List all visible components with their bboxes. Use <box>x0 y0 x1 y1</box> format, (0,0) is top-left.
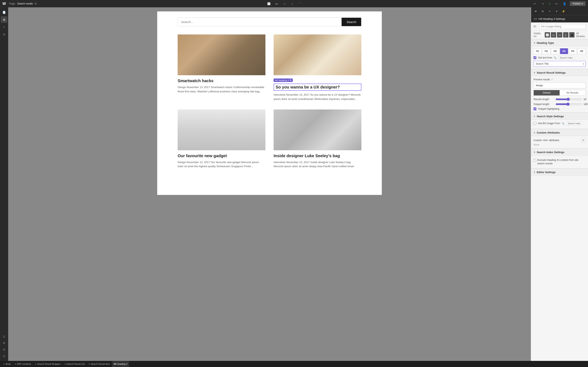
publish-button[interactable]: Publish ▾ <box>570 1 586 6</box>
breadcrumb-body[interactable]: ◻ Body <box>2 361 12 367</box>
h3-button[interactable]: H3 <box>551 48 559 54</box>
visibility-value: All Devices <box>576 32 586 38</box>
search-result-settings-header[interactable]: ▼ Search Result Settings <box>531 69 588 76</box>
get-text-from-checkbox[interactable] <box>534 56 536 59</box>
h5-button[interactable]: H5 <box>569 48 577 54</box>
tab-no-results[interactable]: No Results <box>560 90 586 95</box>
custom-attr-chevron-icon: ▼ <box>534 132 536 134</box>
get-text-from-label: Get text from 🔍 Search Index <box>538 56 574 59</box>
search-button[interactable]: Search <box>342 18 361 26</box>
get-bg-image-label: Get BG Image From 🔍 Search Index <box>538 122 582 125</box>
result-item-2: H4 Heading 4 ⚙ So you wanna be a UX desi… <box>274 34 361 101</box>
user-icon[interactable]: 👤 <box>562 1 567 7</box>
breadcrumb-heading4-label: Heading 4 <box>117 363 127 365</box>
redo-icon[interactable]: ↪ <box>540 1 546 7</box>
search-style-settings-header[interactable]: ▼ Search Style Settings <box>531 113 588 120</box>
vis-desktop-icon[interactable]: ▭ <box>551 32 556 38</box>
sidebar-item-more[interactable]: ⊟ <box>1 353 7 359</box>
exclude-row: Exclude Heading 4's content from site se… <box>534 158 586 166</box>
search-index-settings-content: Exclude Heading 4's content from site se… <box>531 156 588 168</box>
search-style-settings-title: Search Style Settings <box>537 115 564 118</box>
canvas-area[interactable]: Search Smartwatch hacks Design November … <box>8 7 531 361</box>
search-title-dropdown[interactable]: Search Title Search URL Custom <box>534 61 586 67</box>
h4-button[interactable]: H4 <box>560 48 568 54</box>
panel-top-icons: ✏ ⚙ ≡ ✦ ⚡ <box>531 7 588 15</box>
sidebar-item-cms[interactable]: ≡ <box>1 24 7 30</box>
device-tablet-portrait[interactable]: ▯ <box>290 1 294 6</box>
panel-layout-icon[interactable]: ≡ <box>546 8 553 14</box>
search-icon-bg: 🔍 <box>562 122 564 125</box>
breadcrumb-result-wrapper-label: Search Result Wrapper <box>37 363 61 365</box>
breadcrumb-result-wrapper[interactable]: ≡ Search Result Wrapper <box>34 361 62 367</box>
breadcrumb-result-item[interactable]: ≡ Search Result Item <box>87 361 111 367</box>
get-text-from-row: Get text from 🔍 Search Index <box>534 56 586 59</box>
panel-heading-tag: H4 <box>534 17 537 20</box>
panel-header: H4 H4 Heading 4 Settings <box>531 15 588 22</box>
search-input[interactable] <box>178 18 342 26</box>
panel-style-icon[interactable]: ✏ <box>533 8 539 14</box>
vis-tablet-p-icon[interactable]: ▯ <box>563 32 568 38</box>
preview-results-input[interactable] <box>534 83 586 88</box>
result-title-2[interactable]: So you wanna be a UX designer? <box>274 83 361 91</box>
search-result-settings-title: Search Result Settings <box>537 71 566 74</box>
heading-gear-button[interactable]: ⚙ <box>290 79 292 82</box>
status-icon: ✓ <box>548 2 551 6</box>
results-length-value: 10 <box>584 98 586 101</box>
device-tablet-landscape[interactable]: ▭ <box>282 1 287 6</box>
heading-type-section-header[interactable]: ▼ Heading Type <box>531 39 588 46</box>
page-edit-icon[interactable]: ↻ <box>35 2 37 5</box>
w-logo[interactable]: W <box>2 2 6 6</box>
sidebar-item-grid[interactable]: ⊞ <box>1 346 7 353</box>
topbar-left: W Page: Search results ↻ <box>2 2 37 6</box>
breadcrumb-result-list[interactable]: ≡ Search Result List <box>63 361 86 367</box>
search-index-chevron-icon: ▼ <box>534 151 536 153</box>
sidebar-item-ecommerce[interactable]: 🛍 <box>1 31 7 38</box>
breadcrumb-heading4[interactable]: H4 Heading 4 <box>112 361 129 367</box>
h2-button[interactable]: H2 <box>542 48 550 54</box>
preview-results-row: Preview results ? <box>534 78 586 81</box>
code-icon[interactable]: <> <box>553 1 559 7</box>
vis-tablet-l-icon[interactable]: ▭ <box>557 32 562 38</box>
panel-lightning-icon[interactable]: ⚡ <box>561 8 567 14</box>
tab-default[interactable]: Default <box>534 90 560 95</box>
sidebar-item-select[interactable]: ⊡ <box>1 333 7 340</box>
vis-desktop-large-icon[interactable]: ⬜ <box>545 32 550 38</box>
search-index-settings-header[interactable]: ▼ Search Index Settings <box>531 149 588 156</box>
exclude-content-checkbox[interactable] <box>534 159 536 162</box>
id-input[interactable] <box>539 24 586 29</box>
device-desktop[interactable]: ▭ <box>274 1 279 6</box>
undo-icon[interactable]: ↩ <box>532 1 538 7</box>
results-length-row: Results length: 10 <box>534 98 586 101</box>
device-desktop-large[interactable]: ⬜ <box>267 1 271 6</box>
snippet-length-slider[interactable] <box>555 103 582 106</box>
topbar-center: ⬜ ▭ ▭ ▯ 📱 <box>267 1 302 6</box>
search-index-bg-tag: Search Index <box>566 122 582 125</box>
search-result-chevron-icon: ▼ <box>534 72 536 74</box>
device-mobile[interactable]: 📱 <box>298 1 302 6</box>
result-image-1 <box>178 34 265 75</box>
breadcrumb-srp-container[interactable]: ≡ SRP container <box>13 361 33 367</box>
h1-button[interactable]: H1 <box>534 48 541 54</box>
visible-on-label: Visible on: <box>534 32 542 38</box>
result-excerpt-1: Design November 13, 2017 Smartwatch hack… <box>178 85 265 94</box>
editor-settings-header[interactable]: ▼ Editor Settings <box>531 168 588 175</box>
snippet-highlighting-label: Snippet highlighting <box>538 108 559 110</box>
body-icon: ◻ <box>3 363 5 365</box>
add-custom-attr-button[interactable]: + <box>581 138 586 142</box>
results-length-slider[interactable] <box>555 98 582 101</box>
panel-interaction-icon[interactable]: ✦ <box>553 8 560 14</box>
sidebar-item-component[interactable]: ❖ <box>1 340 7 346</box>
heading-type-content: H1 H2 H3 H4 H5 H6 Get text from 🔍 Search… <box>531 46 588 69</box>
vis-mobile-icon[interactable]: 📱 <box>569 32 575 38</box>
get-bg-image-checkbox[interactable] <box>534 122 536 125</box>
panel-settings-icon[interactable]: ⚙ <box>540 8 546 14</box>
breadcrumb-result-list-label: Search Result List <box>67 363 85 365</box>
preview-help-icon[interactable]: ? <box>551 78 553 81</box>
sidebar-item-pages[interactable]: 📄 <box>1 9 7 16</box>
snippet-highlighting-checkbox[interactable] <box>534 108 536 110</box>
main-layout: 📄 ⊞ ≡ 🛍 ⊡ ❖ ⊞ ⊟ Search <box>0 7 588 361</box>
h6-button[interactable]: H6 <box>578 48 586 54</box>
snippet-length-value: 140 <box>584 103 588 106</box>
sidebar-item-elements[interactable]: ⊞ <box>1 16 7 23</box>
custom-attributes-header[interactable]: ▼ Custom Attributes <box>531 129 588 136</box>
